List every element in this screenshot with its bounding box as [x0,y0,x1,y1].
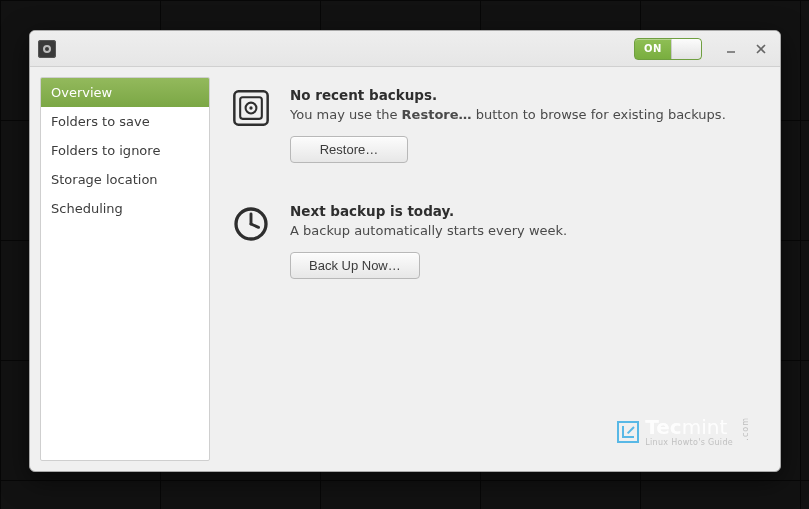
watermark: Tecmint Linux Howto's Guide .com [617,417,750,447]
backup-status-section: No recent backups. You may use the Resto… [230,87,760,163]
window-body: Overview Folders to save Folders to igno… [30,67,780,471]
toggle-knob [671,39,701,59]
backup-toggle[interactable]: ON [634,38,702,60]
schedule-title: Next backup is today. [290,203,760,219]
backup-window: ON Overview Folders to save Folders to i… [29,30,781,472]
sidebar-item-folders-to-ignore[interactable]: Folders to ignore [41,136,209,165]
safe-icon [230,87,272,129]
sub-bold: Restore… [402,107,472,122]
schedule-subtitle: A backup automatically starts every week… [290,223,760,238]
sidebar-item-scheduling[interactable]: Scheduling [41,194,209,223]
restore-button[interactable]: Restore… [290,136,408,163]
backup-status-body: No recent backups. You may use the Resto… [290,87,760,163]
watermark-brand: Tecmint [645,417,733,437]
sidebar-item-storage-location[interactable]: Storage location [41,165,209,194]
watermark-tagline: Linux Howto's Guide [645,439,733,447]
watermark-icon [617,421,639,443]
sidebar-item-overview[interactable]: Overview [41,78,209,107]
schedule-section: Next backup is today. A backup automatic… [230,203,760,279]
app-icon-glyph [43,45,51,53]
sub-suffix: button to browse for existing backups. [472,107,726,122]
close-button[interactable] [750,38,772,60]
sidebar-item-label: Folders to ignore [51,143,160,158]
toggle-on-label: ON [635,39,671,59]
minimize-icon [725,43,737,55]
minimize-button[interactable] [720,38,742,60]
sidebar-item-label: Overview [51,85,112,100]
backup-status-subtitle: You may use the Restore… button to brows… [290,107,760,122]
sub-prefix: You may use the [290,107,402,122]
watermark-brand-light: mint [682,415,728,439]
watermark-brand-bold: Tec [645,415,681,439]
svg-line-9 [251,224,259,227]
sidebar-item-folders-to-save[interactable]: Folders to save [41,107,209,136]
sidebar-item-label: Folders to save [51,114,150,129]
content-area: No recent backups. You may use the Resto… [210,77,770,461]
titlebar: ON [30,31,780,67]
app-icon [38,40,56,58]
sidebar: Overview Folders to save Folders to igno… [40,77,210,461]
clock-icon [230,203,272,245]
schedule-body: Next backup is today. A backup automatic… [290,203,760,279]
watermark-text: Tecmint Linux Howto's Guide [645,417,733,447]
sidebar-item-label: Storage location [51,172,158,187]
backup-now-button[interactable]: Back Up Now… [290,252,420,279]
svg-point-6 [249,106,252,109]
close-icon [755,43,767,55]
sidebar-item-label: Scheduling [51,201,123,216]
backup-status-title: No recent backups. [290,87,760,103]
watermark-suffix: .com [741,417,750,441]
